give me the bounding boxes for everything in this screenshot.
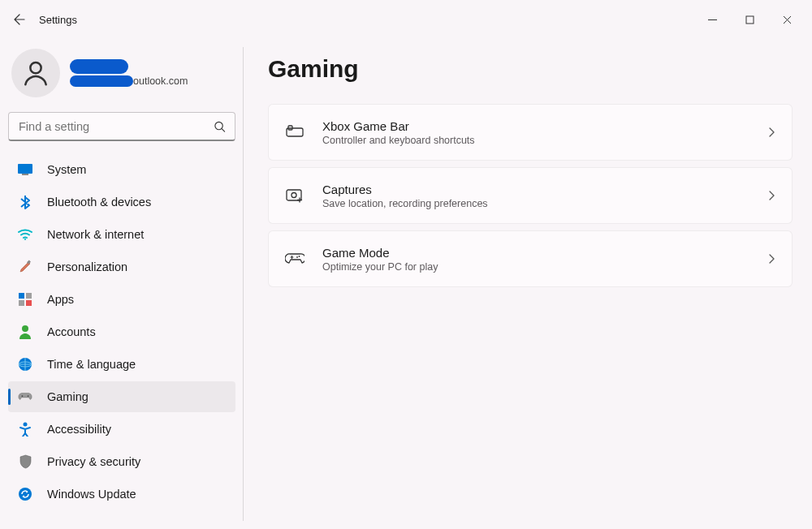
nav-label: System — [47, 163, 86, 176]
email-partial: outlook.com — [133, 75, 188, 87]
svg-point-2 — [215, 122, 222, 129]
nav-item-gaming[interactable]: Gaming — [8, 381, 235, 412]
svg-point-15 — [28, 395, 29, 397]
svg-point-11 — [22, 325, 28, 332]
content-area: Gaming Xbox Game Bar Controller and keyb… — [244, 39, 812, 529]
nav-label: Time & language — [47, 358, 136, 371]
nav-label: Privacy & security — [47, 455, 140, 468]
tile-title: Game Mode — [322, 246, 438, 260]
minimize-icon — [708, 15, 717, 24]
xbox-bar-icon — [285, 123, 304, 142]
display-icon — [18, 162, 32, 177]
arrow-left-icon — [13, 13, 26, 26]
svg-rect-9 — [19, 300, 24, 306]
svg-rect-0 — [746, 16, 754, 24]
redacted-name — [70, 59, 128, 74]
gamepad-icon — [18, 389, 32, 404]
nav-item-accounts[interactable]: Accounts — [8, 316, 235, 347]
svg-point-16 — [24, 423, 28, 427]
svg-rect-4 — [22, 174, 28, 175]
tile-subtitle: Save location, recording preferences — [322, 198, 488, 209]
svg-rect-3 — [18, 164, 32, 174]
tile-title: Captures — [322, 183, 488, 196]
nav-item-apps[interactable]: Apps — [8, 284, 235, 315]
redacted-email — [70, 75, 133, 87]
game-mode-icon — [285, 249, 304, 269]
nav-label: Accounts — [47, 325, 96, 338]
nav-item-system[interactable]: System — [8, 154, 235, 185]
wifi-icon — [18, 227, 32, 242]
nav-item-privacy[interactable]: Privacy & security — [8, 446, 235, 477]
page-title: Gaming — [268, 55, 793, 83]
nav-item-network[interactable]: Network & internet — [8, 219, 235, 250]
nav-item-time-language[interactable]: Time & language — [8, 349, 235, 380]
accessibility-icon — [18, 422, 32, 437]
nav-list: System Bluetooth & devices Network & int… — [8, 154, 235, 510]
nav-label: Network & internet — [47, 228, 144, 241]
avatar — [11, 49, 60, 97]
nav-item-accessibility[interactable]: Accessibility — [8, 414, 235, 445]
minimize-button[interactable] — [693, 6, 731, 32]
window-title: Settings — [39, 14, 77, 26]
apps-icon — [18, 292, 32, 307]
divider — [243, 47, 244, 521]
globe-icon — [18, 357, 32, 372]
svg-rect-8 — [26, 293, 32, 299]
back-button[interactable] — [6, 6, 32, 32]
search-box[interactable] — [8, 112, 235, 141]
close-button[interactable] — [768, 6, 806, 32]
chevron-right-icon — [768, 127, 775, 138]
shield-icon — [18, 454, 32, 469]
search-icon — [214, 121, 226, 133]
captures-icon — [285, 186, 304, 205]
nav-item-bluetooth[interactable]: Bluetooth & devices — [8, 187, 235, 217]
nav-item-windows-update[interactable]: Windows Update — [8, 479, 235, 510]
tile-subtitle: Controller and keyboard shortcuts — [322, 135, 475, 146]
svg-point-14 — [22, 395, 24, 397]
nav-item-personalization[interactable]: Personalization — [8, 252, 235, 282]
svg-point-23 — [299, 256, 300, 257]
nav-label: Apps — [47, 293, 74, 306]
tile-game-mode[interactable]: Game Mode Optimize your PC for play — [268, 230, 793, 287]
paintbrush-icon — [18, 260, 32, 274]
nav-label: Gaming — [47, 390, 89, 403]
svg-point-1 — [30, 62, 41, 73]
maximize-button[interactable] — [731, 6, 768, 32]
svg-rect-20 — [287, 190, 301, 200]
svg-rect-7 — [19, 293, 24, 299]
account-icon — [18, 325, 32, 339]
chevron-right-icon — [768, 253, 775, 264]
tile-title: Xbox Game Bar — [322, 119, 475, 133]
nav-label: Windows Update — [47, 488, 136, 501]
update-icon — [18, 487, 32, 501]
profile-text: outlook.com — [70, 59, 188, 87]
nav-label: Personalization — [47, 260, 127, 273]
settings-tiles: Xbox Game Bar Controller and keyboard sh… — [268, 104, 793, 287]
close-icon — [783, 15, 792, 24]
tile-captures[interactable]: Captures Save location, recording prefer… — [268, 167, 793, 224]
search-input[interactable] — [8, 112, 235, 141]
window-controls — [693, 6, 806, 32]
nav-label: Accessibility — [47, 423, 111, 436]
bluetooth-icon — [18, 195, 32, 209]
tile-subtitle: Optimize your PC for play — [322, 261, 438, 273]
tile-xbox-game-bar[interactable]: Xbox Game Bar Controller and keyboard sh… — [268, 104, 793, 161]
svg-point-17 — [19, 488, 32, 501]
maximize-icon — [745, 15, 754, 24]
profile-section[interactable]: outlook.com — [8, 39, 235, 112]
sidebar: outlook.com System Bluetooth & devices N… — [0, 39, 244, 529]
chevron-right-icon — [768, 190, 775, 201]
svg-point-5 — [24, 239, 26, 240]
titlebar: Settings — [0, 0, 812, 39]
svg-point-22 — [296, 256, 298, 258]
svg-point-21 — [292, 193, 296, 198]
person-icon — [20, 58, 51, 88]
svg-rect-10 — [26, 300, 32, 306]
nav-label: Bluetooth & devices — [47, 196, 151, 209]
